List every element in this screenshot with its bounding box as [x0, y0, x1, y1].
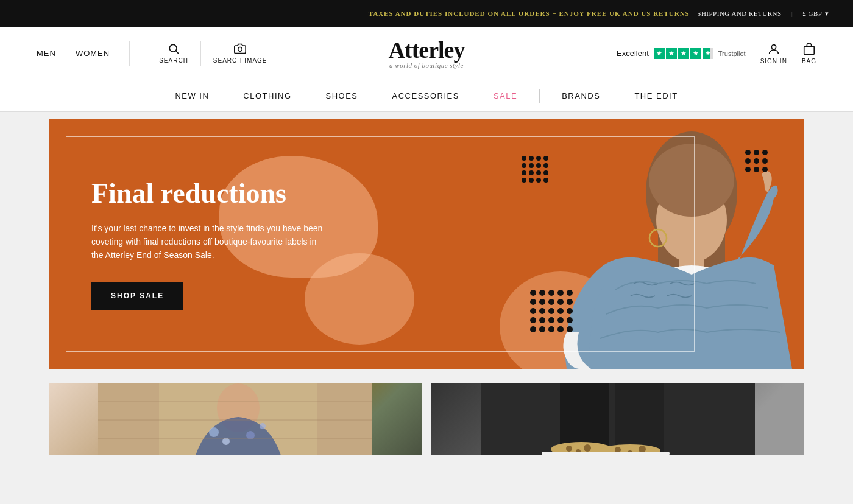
star-3: ★ — [678, 48, 689, 59]
women-nav-link[interactable]: WOMEN — [76, 49, 110, 58]
svg-point-15 — [209, 427, 219, 437]
men-nav-link[interactable]: MEN — [37, 49, 56, 58]
svg-point-29 — [584, 444, 591, 452]
star-4: ★ — [690, 48, 701, 59]
header-divider — [129, 41, 130, 66]
trustpilot-widget: Excellent ★ ★ ★ ★ ★ Trustpilot — [617, 48, 746, 59]
svg-point-18 — [260, 423, 266, 429]
svg-point-2 — [238, 47, 242, 52]
announcement-bar: TAXES AND DUTIES INCLUDED ON ALL ORDERS … — [0, 0, 853, 27]
bag-icon — [802, 43, 816, 56]
search-icon — [168, 43, 180, 55]
svg-point-27 — [566, 446, 572, 452]
nav-item-accessories[interactable]: ACCESSORIES — [375, 80, 476, 112]
user-icon — [767, 43, 780, 56]
search-image-button[interactable]: SEARCH IMAGE — [213, 43, 267, 64]
nav-item-clothing[interactable]: CLOTHING — [226, 80, 308, 112]
nav-bar: NEW IN CLOTHING SHOES ACCESSORIES SALE B… — [0, 80, 853, 112]
svg-rect-34 — [596, 452, 670, 455]
dots-corner — [745, 150, 768, 172]
svg-rect-24 — [615, 383, 664, 455]
hero-description: It's your last chance to invest in the s… — [91, 222, 323, 262]
header-right: Excellent ★ ★ ★ ★ ★ Trustpilot SIGN IN — [617, 43, 816, 65]
nav-item-shoes[interactable]: SHOES — [309, 80, 375, 112]
trustpilot-stars: ★ ★ ★ ★ ★ — [654, 48, 713, 59]
svg-point-3 — [771, 44, 776, 49]
star-1: ★ — [654, 48, 665, 59]
main-header-container: MEN WOMEN SEARCH SEARCH IMAGE — [0, 27, 853, 80]
thumb-card-left[interactable] — [49, 383, 422, 455]
thumb-left-image — [49, 383, 422, 455]
separator: | — [791, 10, 793, 17]
svg-point-9 — [649, 144, 734, 217]
svg-rect-4 — [804, 46, 815, 54]
bag-button[interactable]: BAG — [802, 43, 816, 65]
camera-icon — [234, 43, 246, 55]
svg-line-1 — [176, 51, 179, 54]
thumb-left-svg — [49, 383, 422, 455]
search-button[interactable]: SEARCH — [159, 43, 188, 64]
currency-selector[interactable]: £ GBP ▾ — [802, 10, 829, 18]
hero-wrapper: Final reductions It's your last chance t… — [0, 112, 853, 376]
nav-item-the-edit[interactable]: THE EDIT — [617, 80, 695, 112]
nav-item-new-in[interactable]: NEW IN — [158, 80, 226, 112]
right-links: SHIPPING AND RETURNS | £ GBP ▾ — [697, 10, 829, 18]
logo[interactable]: Atterley a world of boutique style — [389, 38, 465, 69]
svg-point-0 — [169, 44, 177, 52]
main-header: MEN WOMEN SEARCH SEARCH IMAGE — [0, 27, 853, 80]
star-5: ★ — [703, 48, 713, 59]
thumb-right-image — [431, 383, 804, 455]
trustpilot-logo: Trustpilot — [718, 50, 746, 57]
bottom-section — [0, 376, 853, 455]
svg-point-16 — [222, 438, 230, 445]
star-2: ★ — [666, 48, 677, 59]
hero-banner: Final reductions It's your last chance t… — [49, 119, 804, 369]
nav-items: NEW IN CLOTHING SHOES ACCESSORIES SALE B… — [158, 80, 695, 112]
shop-sale-button[interactable]: SHOP SALE — [91, 282, 183, 310]
dots-bottom-center — [530, 290, 573, 332]
signin-button[interactable]: SIGN IN — [760, 43, 787, 65]
shipping-returns-link[interactable]: SHIPPING AND RETURNS — [697, 10, 781, 17]
header-search: SEARCH SEARCH IMAGE — [159, 41, 267, 66]
nav-item-brands[interactable]: BRANDS — [545, 80, 617, 112]
hero-content: Final reductions It's your last chance t… — [49, 178, 323, 310]
nav-item-sale[interactable]: SALE — [476, 80, 534, 112]
chevron-down-icon: ▾ — [825, 10, 829, 18]
search-divider — [200, 41, 201, 66]
thumb-right-svg — [431, 383, 804, 455]
nav-divider — [539, 89, 540, 103]
dots-top-right — [522, 156, 548, 183]
hero-title: Final reductions — [91, 178, 323, 209]
header-left: MEN WOMEN SEARCH SEARCH IMAGE — [37, 41, 267, 66]
thumb-card-right[interactable] — [431, 383, 804, 455]
promo-text: TAXES AND DUTIES INCLUDED ON ALL ORDERS … — [361, 10, 697, 17]
